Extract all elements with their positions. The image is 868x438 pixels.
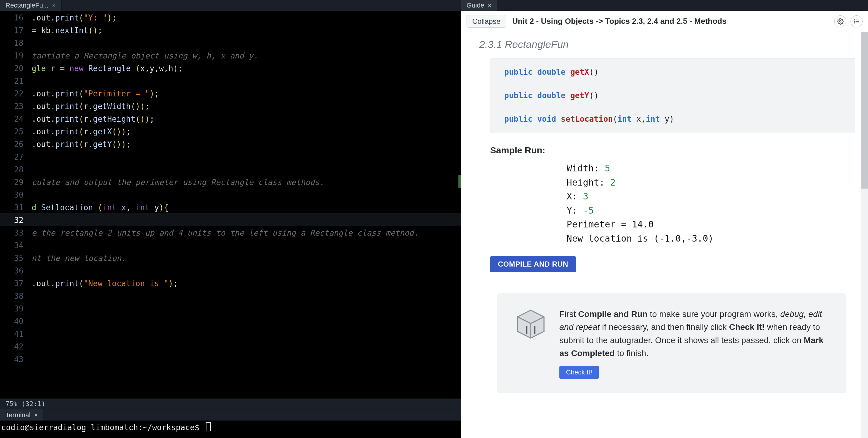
terminal[interactable]: codio@sierradialog-limbomatch:~/workspac… — [0, 420, 461, 438]
breadcrumb: Unit 2 - Using Objects -> Topics 2.3, 2.… — [512, 16, 726, 26]
terminal-prompt: codio@sierradialog-limbomatch:~/workspac… — [1, 423, 204, 432]
guide-scrollbar[interactable] — [861, 32, 868, 438]
close-icon[interactable]: × — [34, 411, 38, 418]
sample-run-output: Width: 5Height: 2X: 3Y: -5Perimeter = 14… — [567, 162, 855, 245]
line-number-gutter: 1617181920212223242526272829303132333435… — [0, 11, 27, 366]
svg-point-6 — [855, 23, 855, 23]
tip-cube-icon — [514, 308, 547, 341]
svg-point-4 — [855, 20, 855, 20]
section-title: 2.3.1 RectangleFun — [479, 39, 855, 50]
terminal-tab[interactable]: Terminal × — [0, 409, 43, 420]
compile-and-run-button[interactable]: COMPILE AND RUN — [490, 256, 576, 272]
list-icon[interactable] — [850, 15, 863, 27]
terminal-tab-label: Terminal — [5, 411, 30, 419]
guide-pane: Guide × Collapse Unit 2 - Using Objects … — [461, 0, 868, 438]
close-icon[interactable]: × — [488, 2, 492, 9]
svg-point-0 — [839, 21, 841, 22]
sample-run-heading: Sample Run: — [490, 145, 855, 156]
guide-tab-label: Guide — [467, 1, 484, 9]
editor-tabbar: RectangleFu... × — [0, 0, 461, 11]
collapse-button[interactable]: Collapse — [467, 15, 506, 28]
header-icons — [834, 15, 863, 27]
editor-tab-label: RectangleFu... — [5, 1, 49, 9]
code-editor[interactable]: 1617181920212223242526272829303132333435… — [0, 11, 461, 398]
terminal-tabbar: Terminal × — [0, 409, 461, 420]
guide-header: Collapse Unit 2 - Using Objects -> Topic… — [461, 11, 868, 32]
editor-statusbar: 75% (32:1) — [0, 398, 461, 409]
code-content[interactable]: .out.print("Y: ");= kb.nextInt(); tantia… — [32, 11, 461, 366]
guide-tab[interactable]: Guide × — [461, 0, 497, 11]
terminal-cursor — [206, 422, 211, 431]
tip-text: First Compile and Run to make sure your … — [559, 308, 830, 379]
method-signatures-box: public double getX() public double getY(… — [490, 58, 855, 133]
svg-point-5 — [855, 21, 855, 22]
tip-card: First Compile and Run to make sure your … — [497, 293, 846, 393]
check-it-button[interactable]: Check It! — [559, 366, 599, 379]
gear-icon[interactable] — [834, 15, 846, 27]
guide-tabbar: Guide × — [461, 0, 868, 11]
guide-scrollbar-thumb[interactable] — [861, 32, 868, 189]
statusbar-text: 75% (32:1) — [5, 400, 45, 408]
editor-tab-rectanglefun[interactable]: RectangleFu... × — [0, 0, 61, 11]
editor-pane: RectangleFu... × 16171819202122232425262… — [0, 0, 461, 438]
guide-body[interactable]: 2.3.1 RectangleFun public double getX() … — [461, 32, 868, 438]
close-icon[interactable]: × — [52, 2, 56, 9]
